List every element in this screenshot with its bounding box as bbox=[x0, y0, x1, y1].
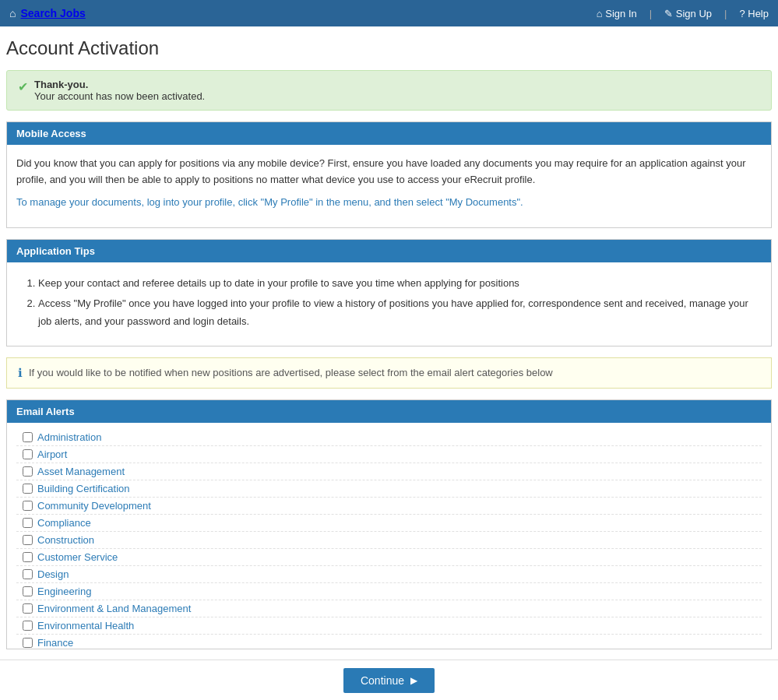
help-link[interactable]: ? Help bbox=[739, 8, 769, 19]
sign-in-home-icon: ⌂ bbox=[597, 8, 603, 19]
list-item: Community Development bbox=[16, 498, 762, 515]
email-alerts-header: Email Alerts bbox=[7, 400, 771, 423]
email-alert-label: Design bbox=[37, 568, 69, 580]
list-item: Administration bbox=[16, 429, 762, 446]
email-alert-checkbox-0[interactable] bbox=[23, 432, 33, 442]
email-alert-checkbox-5[interactable] bbox=[23, 518, 33, 528]
sign-in-link[interactable]: ⌂ Sign In bbox=[597, 8, 637, 19]
email-alert-checkbox-4[interactable] bbox=[23, 501, 33, 511]
email-alert-checkbox-1[interactable] bbox=[23, 449, 33, 459]
email-alert-label: Customer Service bbox=[37, 551, 118, 563]
list-item: Compliance bbox=[16, 515, 762, 532]
sign-up-link[interactable]: ✎ Sign Up bbox=[664, 8, 712, 19]
nav-divider-1: | bbox=[650, 8, 652, 19]
list-item: Construction bbox=[16, 532, 762, 549]
email-alert-label: Airport bbox=[37, 448, 67, 460]
list-item: Environment & Land Management bbox=[16, 600, 762, 617]
email-alert-checkbox-9[interactable] bbox=[23, 586, 33, 596]
application-tips-body: Keep your contact and referee details up… bbox=[7, 262, 771, 345]
mobile-access-panel: Mobile Access Did you know that you can … bbox=[6, 121, 772, 228]
list-item: Asset Management bbox=[16, 463, 762, 480]
success-message: Your account has now been activated. bbox=[34, 90, 205, 102]
email-alerts-list: AdministrationAirportAsset ManagementBui… bbox=[16, 429, 762, 649]
continue-button[interactable]: Continue ▶ bbox=[343, 668, 435, 693]
nav-right: ⌂ Sign In | ✎ Sign Up | ? Help bbox=[597, 8, 769, 19]
list-item: Finance bbox=[16, 635, 762, 649]
continue-arrow-icon: ▶ bbox=[410, 675, 417, 686]
email-alert-label: Construction bbox=[37, 534, 94, 546]
page-title: Account Activation bbox=[6, 37, 772, 59]
email-alert-label: Building Certification bbox=[37, 483, 130, 494]
email-alert-label: Environment & Land Management bbox=[37, 603, 191, 614]
top-nav: ⌂ Search Jobs ⌂ Sign In | ✎ Sign Up | ? … bbox=[0, 0, 778, 26]
mobile-access-link[interactable]: To manage your documents, log into your … bbox=[16, 196, 523, 208]
alert-text: If you would like to be notified when ne… bbox=[29, 367, 553, 378]
email-alert-label: Environmental Health bbox=[37, 620, 134, 631]
success-box: ✔ Thank-you. Your account has now been a… bbox=[6, 70, 772, 111]
mobile-access-body: Did you know that you can apply for posi… bbox=[7, 145, 771, 227]
email-alert-checkbox-3[interactable] bbox=[23, 484, 33, 494]
continue-label: Continue bbox=[361, 674, 404, 687]
list-item: Engineering bbox=[16, 583, 762, 600]
search-jobs-link[interactable]: Search Jobs bbox=[20, 7, 85, 19]
list-item: Design bbox=[16, 566, 762, 583]
page-content: Account Activation ✔ Thank-you. Your acc… bbox=[0, 26, 778, 700]
email-alert-checkbox-6[interactable] bbox=[23, 535, 33, 545]
application-tips-panel: Application Tips Keep your contact and r… bbox=[6, 239, 772, 346]
success-text: Thank-you. Your account has now been act… bbox=[34, 79, 205, 102]
success-title: Thank-you. bbox=[34, 79, 205, 90]
email-alert-checkbox-11[interactable] bbox=[23, 621, 33, 631]
application-tips-header: Application Tips bbox=[7, 240, 771, 262]
info-icon: ℹ bbox=[18, 366, 23, 380]
email-alert-checkbox-2[interactable] bbox=[23, 466, 33, 477]
home-icon: ⌂ bbox=[9, 7, 16, 19]
success-icon: ✔ bbox=[18, 79, 28, 94]
mobile-access-text1: Did you know that you can apply for posi… bbox=[16, 156, 762, 188]
email-alert-label: Compliance bbox=[37, 517, 91, 529]
email-alerts-panel: Email Alerts AdministrationAirportAsset … bbox=[6, 399, 772, 649]
mobile-access-header: Mobile Access bbox=[7, 122, 771, 145]
nav-divider-2: | bbox=[724, 8, 727, 19]
email-alert-label: Community Development bbox=[37, 500, 151, 512]
email-alerts-body[interactable]: AdministrationAirportAsset ManagementBui… bbox=[7, 423, 771, 649]
tip-2: Access "My Profile" once you have logged… bbox=[38, 295, 755, 329]
tip-1: Keep your contact and referee details up… bbox=[38, 275, 755, 292]
list-item: Customer Service bbox=[16, 549, 762, 566]
email-alert-checkbox-10[interactable] bbox=[23, 603, 33, 614]
list-item: Airport bbox=[16, 446, 762, 463]
nav-left: ⌂ Search Jobs bbox=[9, 7, 86, 19]
list-item: Building Certification bbox=[16, 480, 762, 498]
help-question-icon: ? bbox=[739, 8, 745, 19]
email-alert-checkbox-8[interactable] bbox=[23, 569, 33, 579]
sign-up-edit-icon: ✎ bbox=[664, 8, 673, 19]
email-alert-label: Asset Management bbox=[37, 466, 125, 477]
email-alert-label: Engineering bbox=[37, 586, 91, 597]
email-alert-label: Finance bbox=[37, 637, 73, 649]
email-alert-label: Administration bbox=[37, 431, 101, 443]
footer-bar: Continue ▶ bbox=[0, 660, 778, 700]
email-alert-checkbox-7[interactable] bbox=[23, 552, 33, 562]
list-item: Environmental Health bbox=[16, 617, 762, 635]
alert-notice: ℹ If you would like to be notified when … bbox=[6, 357, 772, 389]
email-alert-checkbox-12[interactable] bbox=[23, 638, 33, 648]
